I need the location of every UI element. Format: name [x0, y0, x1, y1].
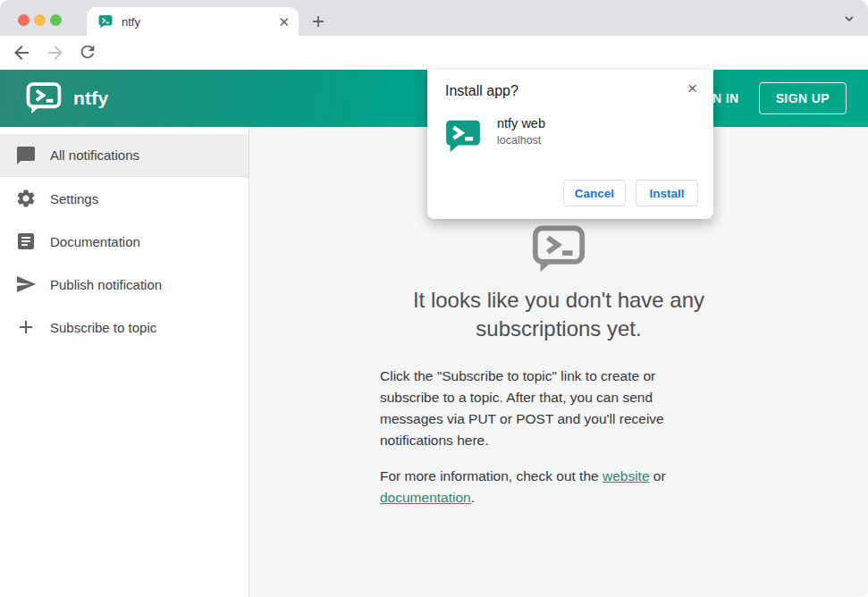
sidebar-item-label: Publish notification [50, 277, 162, 292]
close-window-button[interactable] [18, 14, 29, 26]
new-tab-button[interactable] [308, 11, 329, 32]
empty-state-title: It looks like you don't have any subscri… [380, 286, 737, 343]
ntfy-app-icon [445, 118, 481, 154]
forward-button[interactable] [45, 42, 66, 63]
gear-icon [15, 188, 37, 209]
install-button[interactable]: Install [636, 180, 698, 206]
back-button[interactable] [11, 42, 32, 63]
tab-close-icon[interactable]: ✕ [278, 15, 290, 29]
tab-title: ntfy [122, 15, 278, 29]
ntfy-logo-gray-icon [532, 225, 586, 273]
ntfy-logo-icon [26, 82, 62, 114]
tab-strip: ntfy ✕ [0, 0, 868, 36]
sign-up-button[interactable]: SIGN UP [759, 82, 847, 114]
sidebar-item-documentation[interactable]: Documentation [0, 220, 249, 263]
fullscreen-window-button[interactable] [50, 14, 62, 26]
documentation-link[interactable]: documentation [380, 490, 471, 505]
chat-icon [15, 145, 37, 166]
send-icon [15, 273, 37, 295]
sidebar-item-label: Settings [50, 191, 98, 206]
browser-window: ntfy ✕ localhost [0, 0, 868, 597]
sidebar-item-subscribe-to-topic[interactable]: Subscribe to topic [0, 306, 249, 349]
paragraph-prefix: For more information, check out the [380, 468, 603, 483]
sidebar-item-all-notifications[interactable]: All notifications [0, 134, 249, 177]
paragraph-middle: or [650, 468, 666, 483]
dialog-app-origin: localhost [497, 134, 541, 147]
tab-search-chevron-icon[interactable] [843, 13, 855, 29]
browser-toolbar: localhost [0, 36, 868, 70]
sidebar-item-publish-notification[interactable]: Publish notification [0, 263, 249, 306]
minimize-window-button[interactable] [34, 14, 46, 26]
reload-button[interactable] [78, 42, 99, 63]
sidebar-item-settings[interactable]: Settings [0, 177, 249, 220]
dialog-close-icon[interactable]: × [684, 76, 701, 100]
app-title: ntfy [73, 88, 108, 109]
empty-state-links-paragraph: For more information, check out the webs… [380, 466, 712, 509]
paragraph-suffix: . [471, 490, 475, 505]
sidebar: All notifications Settings Documentation… [0, 127, 249, 597]
plus-icon [15, 316, 37, 338]
sidebar-item-label: All notifications [50, 147, 139, 163]
sidebar-item-label: Documentation [50, 234, 140, 249]
cancel-button[interactable]: Cancel [563, 180, 626, 206]
dialog-app-name: ntfy web [497, 116, 545, 130]
ntfy-favicon-icon [98, 14, 113, 29]
website-link[interactable]: website [603, 468, 650, 483]
browser-tab[interactable]: ntfy ✕ [87, 7, 299, 36]
article-icon [15, 231, 37, 252]
dialog-title: Install app? [445, 83, 518, 99]
empty-state-paragraph: Click the "Subscribe to topic" link to c… [380, 366, 712, 451]
install-app-dialog: Install app? × ntfy web localhost Cancel… [427, 70, 713, 219]
sidebar-item-label: Subscribe to topic [50, 320, 156, 335]
